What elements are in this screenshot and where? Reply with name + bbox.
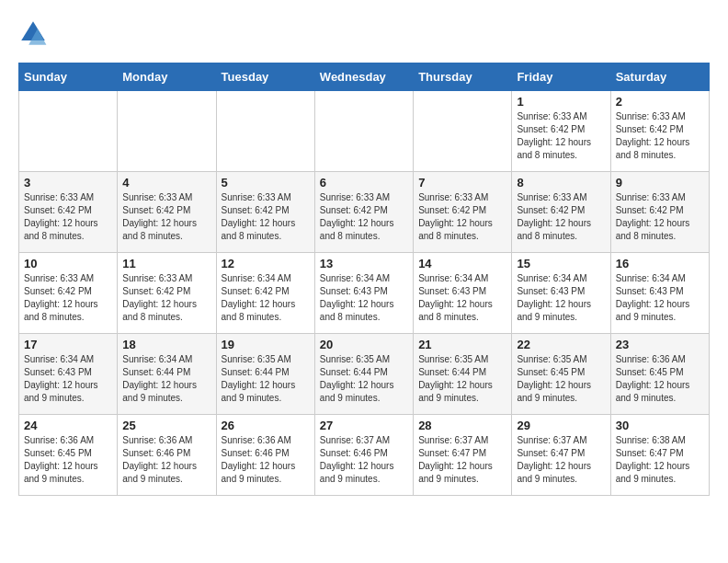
day-info: Sunrise: 6:33 AM Sunset: 6:42 PM Dayligh… (418, 191, 506, 243)
calendar-week-5: 24Sunrise: 6:36 AM Sunset: 6:45 PM Dayli… (19, 415, 710, 496)
calendar-cell: 19Sunrise: 6:35 AM Sunset: 6:44 PM Dayli… (216, 334, 314, 415)
header-wednesday: Wednesday (314, 63, 413, 91)
calendar-cell: 20Sunrise: 6:35 AM Sunset: 6:44 PM Dayli… (314, 334, 413, 415)
day-info: Sunrise: 6:33 AM Sunset: 6:42 PM Dayligh… (616, 110, 704, 162)
calendar-cell: 18Sunrise: 6:34 AM Sunset: 6:44 PM Dayli… (118, 334, 216, 415)
day-number: 27 (320, 419, 408, 432)
day-number: 22 (517, 338, 605, 351)
day-info: Sunrise: 6:36 AM Sunset: 6:45 PM Dayligh… (616, 353, 704, 405)
day-number: 13 (320, 257, 408, 270)
calendar-week-3: 10Sunrise: 6:33 AM Sunset: 6:42 PM Dayli… (19, 253, 710, 334)
day-info: Sunrise: 6:33 AM Sunset: 6:42 PM Dayligh… (222, 191, 310, 243)
calendar-cell: 17Sunrise: 6:34 AM Sunset: 6:43 PM Dayli… (19, 334, 118, 415)
logo (18, 18, 53, 48)
calendar-cell: 10Sunrise: 6:33 AM Sunset: 6:42 PM Dayli… (19, 253, 118, 334)
day-number: 25 (122, 419, 210, 432)
day-number: 23 (616, 338, 704, 351)
header-saturday: Saturday (610, 63, 709, 91)
calendar-cell (19, 91, 118, 172)
header-tuesday: Tuesday (216, 63, 314, 91)
calendar-cell: 23Sunrise: 6:36 AM Sunset: 6:45 PM Dayli… (610, 334, 709, 415)
header-thursday: Thursday (414, 63, 512, 91)
calendar-cell: 2Sunrise: 6:33 AM Sunset: 6:42 PM Daylig… (610, 91, 709, 172)
calendar-cell: 15Sunrise: 6:34 AM Sunset: 6:43 PM Dayli… (512, 253, 610, 334)
day-info: Sunrise: 6:34 AM Sunset: 6:43 PM Dayligh… (320, 272, 408, 324)
calendar-cell: 5Sunrise: 6:33 AM Sunset: 6:42 PM Daylig… (216, 172, 314, 253)
calendar-cell: 28Sunrise: 6:37 AM Sunset: 6:47 PM Dayli… (414, 415, 512, 496)
day-number: 21 (418, 338, 506, 351)
header-monday: Monday (118, 63, 216, 91)
calendar-cell: 3Sunrise: 6:33 AM Sunset: 6:42 PM Daylig… (19, 172, 118, 253)
calendar-cell: 13Sunrise: 6:34 AM Sunset: 6:43 PM Dayli… (314, 253, 413, 334)
day-info: Sunrise: 6:37 AM Sunset: 6:47 PM Dayligh… (418, 434, 506, 486)
day-info: Sunrise: 6:36 AM Sunset: 6:46 PM Dayligh… (222, 434, 310, 486)
calendar-cell: 26Sunrise: 6:36 AM Sunset: 6:46 PM Dayli… (216, 415, 314, 496)
day-number: 6 (320, 176, 408, 190)
day-number: 19 (222, 338, 310, 351)
calendar-cell: 1Sunrise: 6:33 AM Sunset: 6:42 PM Daylig… (512, 91, 610, 172)
day-number: 12 (222, 257, 310, 270)
calendar-cell: 24Sunrise: 6:36 AM Sunset: 6:45 PM Dayli… (19, 415, 118, 496)
day-number: 2 (616, 95, 704, 109)
day-number: 30 (616, 419, 704, 432)
day-info: Sunrise: 6:33 AM Sunset: 6:42 PM Dayligh… (122, 272, 210, 324)
calendar-cell: 8Sunrise: 6:33 AM Sunset: 6:42 PM Daylig… (512, 172, 610, 253)
calendar-cell: 9Sunrise: 6:33 AM Sunset: 6:42 PM Daylig… (610, 172, 709, 253)
day-number: 24 (24, 419, 112, 432)
day-number: 16 (616, 257, 704, 270)
day-number: 26 (222, 419, 310, 432)
calendar-cell: 6Sunrise: 6:33 AM Sunset: 6:42 PM Daylig… (314, 172, 413, 253)
day-number: 11 (122, 257, 210, 270)
day-number: 10 (24, 257, 112, 270)
day-info: Sunrise: 6:33 AM Sunset: 6:42 PM Dayligh… (24, 272, 112, 324)
calendar-week-4: 17Sunrise: 6:34 AM Sunset: 6:43 PM Dayli… (19, 334, 710, 415)
calendar-cell (314, 91, 413, 172)
calendar-cell: 14Sunrise: 6:34 AM Sunset: 6:43 PM Dayli… (414, 253, 512, 334)
day-info: Sunrise: 6:37 AM Sunset: 6:47 PM Dayligh… (517, 434, 605, 486)
day-info: Sunrise: 6:36 AM Sunset: 6:46 PM Dayligh… (122, 434, 210, 486)
day-info: Sunrise: 6:36 AM Sunset: 6:45 PM Dayligh… (24, 434, 112, 486)
calendar-cell: 7Sunrise: 6:33 AM Sunset: 6:42 PM Daylig… (414, 172, 512, 253)
calendar-cell: 21Sunrise: 6:35 AM Sunset: 6:44 PM Dayli… (414, 334, 512, 415)
day-number: 20 (320, 338, 408, 351)
day-info: Sunrise: 6:35 AM Sunset: 6:44 PM Dayligh… (320, 353, 408, 405)
day-number: 29 (517, 419, 605, 432)
day-info: Sunrise: 6:34 AM Sunset: 6:43 PM Dayligh… (418, 272, 506, 324)
calendar-cell: 4Sunrise: 6:33 AM Sunset: 6:42 PM Daylig… (118, 172, 216, 253)
day-number: 5 (222, 176, 310, 190)
day-info: Sunrise: 6:34 AM Sunset: 6:43 PM Dayligh… (616, 272, 704, 324)
calendar-cell: 11Sunrise: 6:33 AM Sunset: 6:42 PM Dayli… (118, 253, 216, 334)
calendar-table: SundayMondayTuesdayWednesdayThursdayFrid… (18, 63, 710, 496)
day-info: Sunrise: 6:33 AM Sunset: 6:42 PM Dayligh… (122, 191, 210, 243)
calendar-header-row: SundayMondayTuesdayWednesdayThursdayFrid… (19, 63, 710, 91)
day-info: Sunrise: 6:33 AM Sunset: 6:42 PM Dayligh… (517, 110, 605, 162)
calendar-week-1: 1Sunrise: 6:33 AM Sunset: 6:42 PM Daylig… (19, 91, 710, 172)
day-number: 7 (418, 176, 506, 190)
calendar-cell: 30Sunrise: 6:38 AM Sunset: 6:47 PM Dayli… (610, 415, 709, 496)
day-number: 17 (24, 338, 112, 351)
day-info: Sunrise: 6:35 AM Sunset: 6:44 PM Dayligh… (418, 353, 506, 405)
day-info: Sunrise: 6:38 AM Sunset: 6:47 PM Dayligh… (616, 434, 704, 486)
day-info: Sunrise: 6:35 AM Sunset: 6:44 PM Dayligh… (222, 353, 310, 405)
page-header (18, 18, 710, 48)
calendar-cell (216, 91, 314, 172)
day-info: Sunrise: 6:34 AM Sunset: 6:42 PM Dayligh… (222, 272, 310, 324)
day-info: Sunrise: 6:34 AM Sunset: 6:43 PM Dayligh… (517, 272, 605, 324)
calendar-cell: 25Sunrise: 6:36 AM Sunset: 6:46 PM Dayli… (118, 415, 216, 496)
day-info: Sunrise: 6:33 AM Sunset: 6:42 PM Dayligh… (517, 191, 605, 243)
day-number: 9 (616, 176, 704, 190)
day-number: 15 (517, 257, 605, 270)
day-info: Sunrise: 6:33 AM Sunset: 6:42 PM Dayligh… (24, 191, 112, 243)
day-number: 14 (418, 257, 506, 270)
calendar-cell: 12Sunrise: 6:34 AM Sunset: 6:42 PM Dayli… (216, 253, 314, 334)
day-number: 28 (418, 419, 506, 432)
header-sunday: Sunday (19, 63, 118, 91)
calendar-cell: 27Sunrise: 6:37 AM Sunset: 6:46 PM Dayli… (314, 415, 413, 496)
calendar-cell: 29Sunrise: 6:37 AM Sunset: 6:47 PM Dayli… (512, 415, 610, 496)
logo-icon (18, 18, 48, 48)
calendar-cell (118, 91, 216, 172)
day-number: 4 (122, 176, 210, 190)
day-number: 3 (24, 176, 112, 190)
day-info: Sunrise: 6:33 AM Sunset: 6:42 PM Dayligh… (616, 191, 704, 243)
day-info: Sunrise: 6:37 AM Sunset: 6:46 PM Dayligh… (320, 434, 408, 486)
